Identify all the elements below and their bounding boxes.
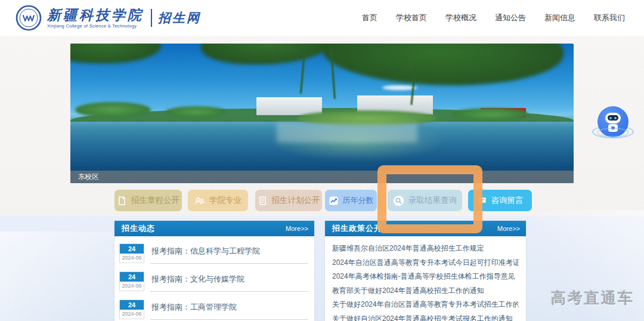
badge-day: 24 bbox=[120, 300, 144, 310]
nav-item-contact[interactable]: 联系我们 bbox=[594, 13, 625, 23]
button-label: 录取结果查询 bbox=[408, 195, 457, 206]
button-label: 招生章程公开 bbox=[131, 195, 179, 206]
robot-visor bbox=[608, 115, 618, 121]
top-header: 新疆科技学院 Xinjiang College of Science & Tec… bbox=[0, 0, 644, 36]
quick-actions-row: 招生章程公开 学院专业 招生计划公开 历年分数 bbox=[0, 190, 644, 211]
button-label: 咨询留言 bbox=[491, 195, 524, 206]
banner-caption: 东校区 bbox=[70, 171, 574, 183]
nav-item-news[interactable]: 新闻信息 bbox=[544, 13, 575, 23]
university-name-en: Xinjiang College of Science & Technology bbox=[47, 23, 144, 29]
willow-foliage-art bbox=[201, 44, 332, 64]
bush-art bbox=[453, 108, 528, 121]
site-name: 招生网 bbox=[158, 10, 201, 26]
policy-list-item[interactable]: 教育部关于做好2024年普通高校招生工作的通知 bbox=[332, 284, 519, 298]
bush-art bbox=[75, 102, 151, 118]
historical-scores-button[interactable]: 历年分数 bbox=[325, 190, 377, 211]
news-list-item[interactable]: 24 2024-06 报考指南：文化与传媒学院 bbox=[119, 271, 308, 300]
college-users-icon bbox=[194, 196, 205, 206]
button-label: 招生计划公开 bbox=[272, 195, 320, 206]
news-list-item[interactable]: 24 2024-06 报考指南：信息科学与工程学院 bbox=[119, 243, 308, 271]
badge-date: 2024-06 bbox=[120, 282, 144, 291]
water-reflection-art bbox=[277, 123, 417, 143]
banner-section: 东校区 bbox=[0, 36, 644, 216]
policy-list-item[interactable]: 关于做好2024年自治区普通高等教育专升本考试招生工作的通知 bbox=[332, 298, 519, 312]
policy-list-item[interactable]: 关于做好自治区2024年普通高校招生考试报名工作的通知 bbox=[332, 312, 519, 321]
badge-date: 2024-06 bbox=[120, 310, 144, 319]
news-panel-title: 招生动态 bbox=[122, 223, 155, 234]
admission-charter-button[interactable]: 招生章程公开 bbox=[114, 190, 182, 211]
date-badge: 24 2024-06 bbox=[119, 271, 144, 291]
charter-doc-icon bbox=[117, 196, 127, 206]
admissions-homepage: 新疆科技学院 Xinjiang College of Science & Tec… bbox=[0, 0, 644, 321]
policy-panel: 招生政策公开 More>> 新疆维吾尔自治区2024年普通高校招生工作规定 20… bbox=[325, 221, 526, 321]
button-label: 历年分数 bbox=[343, 195, 374, 206]
enrollment-plan-button[interactable]: 招生计划公开 bbox=[255, 190, 322, 211]
search-icon bbox=[393, 195, 404, 206]
logo-divider bbox=[151, 9, 152, 27]
watermark-text: 高考直通车 bbox=[551, 288, 634, 308]
news-list-item[interactable]: 24 2024-06 报考指南：工商管理学院 bbox=[119, 300, 308, 321]
policy-panel-title: 招生政策公开 bbox=[332, 223, 382, 234]
bush-art bbox=[166, 106, 226, 118]
robot-ring bbox=[597, 128, 629, 137]
consult-message-button[interactable]: 咨询留言 bbox=[468, 190, 532, 211]
message-icon bbox=[477, 196, 487, 206]
badge-day: 24 bbox=[120, 272, 144, 282]
nav-item-notices[interactable]: 通知公告 bbox=[495, 13, 526, 23]
assistant-robot-icon[interactable] bbox=[592, 103, 634, 142]
badge-date: 2024-06 bbox=[120, 254, 144, 263]
nav-item-overview[interactable]: 学校概况 bbox=[445, 13, 476, 23]
site-logo[interactable]: 新疆科技学院 Xinjiang College of Science & Tec… bbox=[16, 5, 201, 31]
policy-more-link[interactable]: More>> bbox=[497, 225, 520, 232]
university-emblem-icon bbox=[16, 5, 42, 31]
news-title[interactable]: 报考指南：工商管理学院 bbox=[151, 302, 308, 313]
main-nav: 首页 学校首页 学校概况 通知公告 新闻信息 联系我们 bbox=[362, 13, 625, 23]
plan-doc-icon bbox=[258, 196, 268, 206]
lower-section: 招生动态 More>> 24 2024-06 报考指南：信息科学与工程学院 24 bbox=[0, 216, 644, 321]
news-more-link[interactable]: More>> bbox=[286, 225, 308, 232]
policy-list-item[interactable]: 新疆维吾尔自治区2024年普通高校招生工作规定 bbox=[332, 242, 519, 256]
admission-result-query-button[interactable]: 录取结果查询 bbox=[388, 190, 462, 211]
date-badge: 24 2024-06 bbox=[119, 300, 144, 319]
policy-list-item[interactable]: 2024年自治区普通高等教育专升本考试今日起可打印准考证 bbox=[332, 256, 519, 270]
campus-photo: 东校区 bbox=[70, 44, 574, 183]
policy-list-item[interactable]: 2024年高考体检指南-普通高等学校招生体检工作指导意见 bbox=[332, 270, 519, 284]
news-panel: 招生动态 More>> 24 2024-06 报考指南：信息科学与工程学院 24 bbox=[114, 221, 314, 321]
score-chart-icon bbox=[329, 196, 339, 206]
policy-panel-header: 招生政策公开 More>> bbox=[325, 221, 526, 236]
news-title[interactable]: 报考指南：文化与传媒学院 bbox=[151, 274, 308, 285]
willow-foliage-art bbox=[322, 44, 564, 85]
nav-item-school[interactable]: 学校首页 bbox=[396, 13, 427, 23]
button-label: 学院专业 bbox=[209, 195, 242, 206]
willow-foliage-art bbox=[70, 44, 161, 63]
college-majors-button[interactable]: 学院专业 bbox=[188, 190, 248, 211]
nav-item-home[interactable]: 首页 bbox=[362, 13, 377, 23]
date-badge: 24 2024-06 bbox=[119, 243, 144, 263]
university-name-cn: 新疆科技学院 bbox=[47, 8, 144, 22]
news-panel-header: 招生动态 More>> bbox=[114, 221, 314, 236]
badge-day: 24 bbox=[120, 244, 144, 254]
news-title[interactable]: 报考指南：信息科学与工程学院 bbox=[151, 246, 308, 257]
